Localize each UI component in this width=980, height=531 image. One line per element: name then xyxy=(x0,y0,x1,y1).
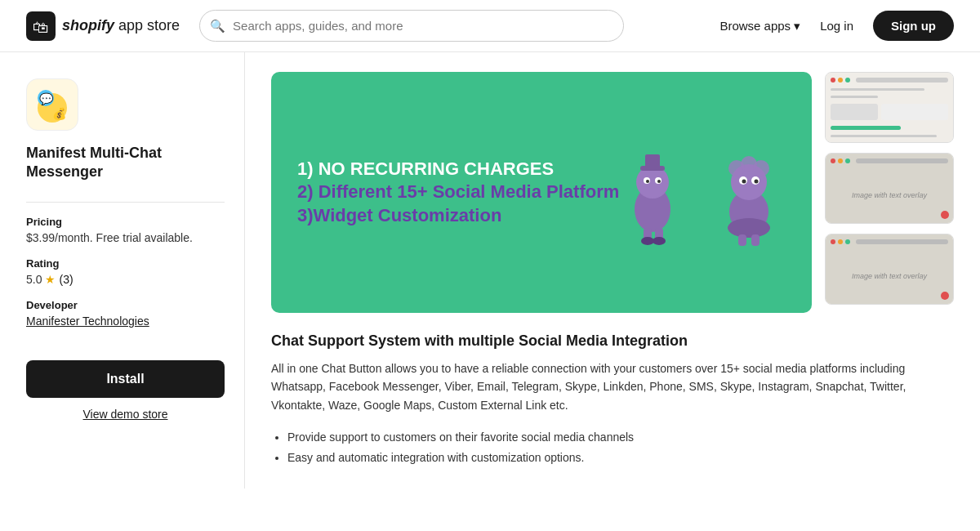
sidebar: 💬 💰 Manifest Multi-Chat Messenger Pricin… xyxy=(0,52,245,489)
developer-value: Manifester Technologies xyxy=(26,315,225,328)
view-demo-link[interactable]: View demo store xyxy=(26,408,225,421)
feature-item-2: Easy and automatic integration with cust… xyxy=(287,448,954,468)
description-title: Chat Support System with multiple Social… xyxy=(271,332,954,350)
browse-apps-button[interactable]: Browse apps ▾ xyxy=(719,19,800,33)
main-hero-image: 1) NO RECURRING CHARGES 2) Different 15+… xyxy=(271,72,812,313)
main-layout: 💬 💰 Manifest Multi-Chat Messenger Pricin… xyxy=(0,52,980,489)
rating-count: (3) xyxy=(59,273,73,286)
app-logo-icon: 💬 💰 xyxy=(29,82,75,127)
image-gallery: 1) NO RECURRING CHARGES 2) Different 15+… xyxy=(271,72,954,313)
svg-rect-28 xyxy=(738,234,746,246)
cartoon-characters xyxy=(624,140,786,246)
install-button[interactable]: Install xyxy=(26,360,225,398)
thumbnail-2[interactable]: Image with text overlay xyxy=(825,153,954,224)
search-bar: 🔍 xyxy=(199,10,624,42)
svg-rect-29 xyxy=(751,234,760,246)
developer-link[interactable]: Manifester Technologies xyxy=(26,315,149,328)
star-icon: ★ xyxy=(45,273,56,286)
svg-point-27 xyxy=(755,179,759,183)
hero-text: 1) NO RECURRING CHARGES 2) Different 15+… xyxy=(297,158,624,228)
logo: 🛍 shopify app store xyxy=(26,11,180,41)
pricing-label: Pricing xyxy=(26,216,225,228)
logo-text: shopify app store xyxy=(62,17,180,34)
svg-point-16 xyxy=(641,237,654,245)
svg-point-26 xyxy=(742,179,746,183)
thumbnail-3-indicator xyxy=(941,292,949,300)
sidebar-divider xyxy=(26,202,225,203)
svg-text:🛍: 🛍 xyxy=(33,18,49,36)
pricing-value: $3.99/month. Free trial available. xyxy=(26,231,225,244)
search-input[interactable] xyxy=(199,10,624,42)
chevron-down-icon: ▾ xyxy=(794,19,800,33)
svg-text:💰: 💰 xyxy=(52,107,67,121)
character-2-icon xyxy=(712,140,786,246)
svg-point-23 xyxy=(741,156,757,172)
svg-point-13 xyxy=(657,180,661,183)
developer-label: Developer xyxy=(26,299,225,311)
rating-label: Rating xyxy=(26,257,225,270)
svg-point-19 xyxy=(728,218,770,238)
shopify-logo-icon: 🛍 xyxy=(26,11,56,41)
thumbnail-1[interactable] xyxy=(825,72,954,143)
description-text: All in one Chat Button allows you to hav… xyxy=(271,359,954,414)
svg-text:💬: 💬 xyxy=(39,92,54,106)
header: 🛍 shopify app store 🔍 Browse apps ▾ Log … xyxy=(0,0,980,52)
rating-value: 5.0 ★ (3) xyxy=(26,273,225,286)
svg-point-12 xyxy=(646,180,649,183)
thumbnail-2-overlay-text: Image with text overlay xyxy=(852,191,927,199)
app-icon: 💬 💰 xyxy=(26,78,78,131)
svg-point-17 xyxy=(653,237,666,245)
signup-button[interactable]: Sign up xyxy=(873,11,954,41)
app-title: Manifest Multi-Chat Messenger xyxy=(26,144,225,182)
thumbnail-2-indicator xyxy=(941,211,949,219)
feature-item-1: Provide support to customers on their fa… xyxy=(287,427,954,448)
content-area: 1) NO RECURRING CHARGES 2) Different 15+… xyxy=(245,52,980,489)
thumbnail-3-overlay-text: Image with text overlay xyxy=(852,272,927,280)
header-nav: Browse apps ▾ Log in Sign up xyxy=(719,11,954,41)
character-1-icon xyxy=(624,140,706,246)
svg-rect-9 xyxy=(645,154,660,169)
feature-list: Provide support to customers on their fa… xyxy=(271,427,954,468)
login-button[interactable]: Log in xyxy=(820,19,853,33)
thumbnail-3[interactable]: Image with text overlay xyxy=(825,234,954,305)
search-icon: 🔍 xyxy=(210,19,225,33)
rating-number: 5.0 xyxy=(26,273,42,286)
thumbnail-list: Image with text overlay xyxy=(825,72,954,313)
